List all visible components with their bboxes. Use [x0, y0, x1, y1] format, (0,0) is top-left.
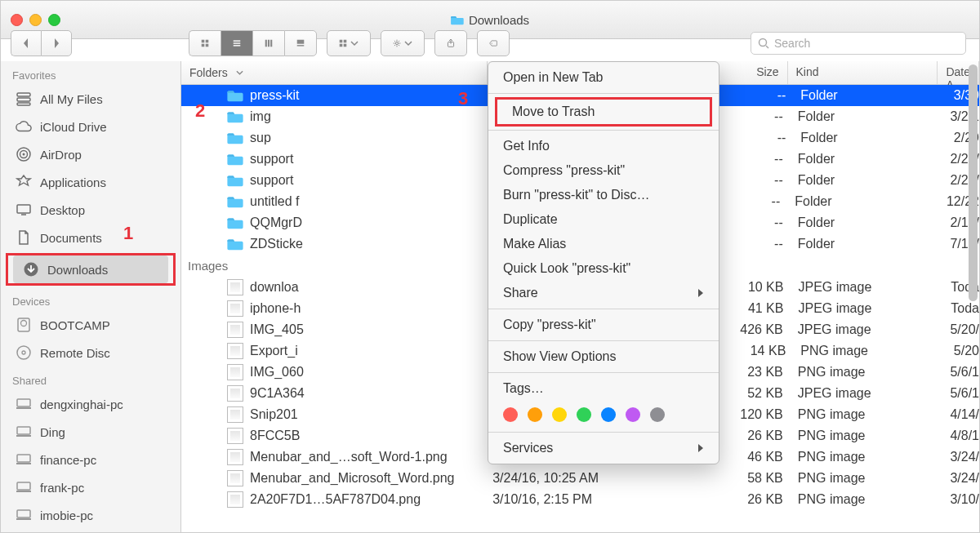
ctx-item[interactable]: Move to Trash [497, 100, 710, 124]
sidebar-item-label: BOOTCAMP [40, 318, 110, 332]
file-size: -- [719, 88, 800, 103]
tag-dot[interactable] [552, 407, 567, 422]
pc-icon [16, 451, 32, 468]
sidebar-item-bootcamp[interactable]: BOOTCAMP [1, 311, 180, 339]
sidebar-section-header: Devices [1, 287, 180, 311]
view-icons-button[interactable] [189, 30, 220, 56]
sidebar-item-icloud-drive[interactable]: iCloud Drive [1, 113, 180, 140]
tags-button[interactable] [477, 30, 510, 56]
scroll-thumb[interactable] [969, 64, 978, 301]
file-size: 58 KB [717, 471, 798, 486]
finder-window: Downloads Search FavoritesAll My F [0, 0, 980, 533]
callout-box: Downloads [6, 253, 176, 286]
file-kind: PNG image [798, 471, 951, 486]
submenu-arrow-icon [697, 288, 704, 298]
ctx-item[interactable]: Duplicate [488, 207, 719, 232]
search-input[interactable]: Search [751, 32, 966, 55]
sidebar-item-label: imobie-pc [40, 509, 93, 522]
sidebar-item-downloads[interactable]: Downloads [13, 255, 168, 283]
ctx-item[interactable]: Share [488, 281, 719, 305]
tag-dot[interactable] [503, 407, 518, 422]
zoom-button[interactable] [48, 14, 60, 26]
sidebar-item-frank-pc[interactable]: frank-pc [1, 473, 180, 501]
file-icon [227, 322, 243, 338]
tag-dot[interactable] [577, 407, 591, 422]
arrange-dropdown[interactable] [327, 30, 371, 56]
close-button[interactable] [11, 14, 23, 26]
file-icon [227, 449, 243, 465]
ctx-item[interactable]: Copy "press-kit" [488, 313, 719, 337]
col-size[interactable]: Size [708, 61, 787, 84]
sidebar-item-applications[interactable]: Applications [1, 168, 180, 196]
file-kind: Folder [798, 152, 951, 167]
search-icon [758, 38, 769, 49]
ctx-separator [488, 432, 719, 433]
view-columns-button[interactable] [252, 30, 284, 56]
scrollbar[interactable] [969, 64, 978, 522]
disc-icon [16, 344, 32, 361]
sidebar-item-label: Ding [40, 425, 65, 439]
file-name: Export_i [250, 344, 298, 358]
file-kind: PNG image [800, 344, 954, 358]
file-kind: PNG image [798, 429, 951, 443]
col-name[interactable]: Folders [181, 61, 488, 84]
action-dropdown[interactable] [381, 30, 425, 56]
sidebar-item-desktop[interactable]: Desktop [1, 196, 180, 224]
ctx-item[interactable]: Quick Look "press-kit" [488, 256, 719, 281]
sidebar-item-label: Downloads [47, 263, 108, 277]
sidebar: FavoritesAll My FilesiCloud DriveAirDrop… [1, 61, 181, 532]
file-icon [227, 406, 243, 423]
pc-icon [16, 396, 32, 412]
title-text: Downloads [469, 13, 529, 27]
share-button[interactable] [434, 30, 467, 56]
sidebar-item-dengxinghai-pc[interactable]: dengxinghai-pc [1, 390, 180, 418]
ctx-separator [488, 309, 719, 309]
sidebar-item-imobie-pc[interactable]: imobie-pc [1, 501, 180, 529]
file-size: 26 KB [717, 429, 798, 443]
file-name: downloa [250, 280, 299, 295]
sidebar-item-label: dengxinghai-pc [40, 398, 123, 411]
forward-button[interactable] [41, 30, 72, 56]
sidebar-item-airdrop[interactable]: AirDrop [1, 140, 180, 168]
ctx-item[interactable]: Burn "press-kit" to Disc… [488, 183, 719, 207]
tag-dot[interactable] [650, 407, 665, 422]
ctx-tag-colors [488, 401, 719, 429]
ctx-item[interactable]: Services [488, 436, 719, 460]
ctx-separator [488, 372, 719, 373]
ctx-item[interactable]: Make Alias [488, 232, 719, 256]
file-row[interactable]: 2A20F7D1…5AF787D04.png3/10/16, 2:15 PM26… [181, 489, 979, 510]
col-kind[interactable]: Kind [788, 61, 938, 84]
sidebar-item-all-my-files[interactable]: All My Files [1, 85, 180, 113]
folder-icon [227, 131, 243, 144]
tag-dot[interactable] [528, 407, 542, 422]
tag-dot[interactable] [601, 407, 616, 422]
file-icon [227, 300, 243, 317]
sidebar-item-ding[interactable]: Ding [1, 418, 180, 446]
view-coverflow-button[interactable] [284, 30, 317, 56]
ctx-item[interactable]: Open in New Tab [488, 65, 719, 90]
file-name: QQMgrD [250, 215, 302, 230]
file-row[interactable]: Menubar_and_Microsoft_Word.png3/24/16, 1… [181, 468, 979, 489]
context-menu: Open in New TabMove to TrashGet InfoComp… [488, 61, 719, 464]
ctx-item[interactable]: Tags… [488, 376, 719, 401]
file-name: ZDSticke [250, 237, 303, 251]
tag-dot[interactable] [626, 407, 640, 422]
file-modified: 3/10/16, 2:15 PM [492, 492, 717, 507]
pc-icon [16, 424, 32, 440]
file-size: 120 KB [717, 407, 798, 422]
ctx-item[interactable]: Compress "press-kit" [488, 158, 719, 183]
ctx-item[interactable]: Show View Options [488, 344, 719, 369]
file-size: 14 KB [719, 344, 800, 358]
file-size: 10 KB [718, 280, 799, 295]
sidebar-item-remote-disc[interactable]: Remote Disc [1, 339, 180, 366]
traffic-lights [11, 14, 60, 26]
sidebar-item-documents[interactable]: Documents [1, 224, 180, 251]
minimize-button[interactable] [29, 14, 42, 26]
desktop-icon [16, 202, 32, 218]
view-list-button[interactable] [220, 30, 252, 56]
sidebar-item-finance-pc[interactable]: finance-pc [1, 446, 180, 473]
ctx-item[interactable]: Get Info [488, 134, 719, 158]
file-size: -- [717, 152, 798, 167]
back-button[interactable] [11, 30, 41, 56]
search-placeholder: Search [774, 37, 810, 50]
